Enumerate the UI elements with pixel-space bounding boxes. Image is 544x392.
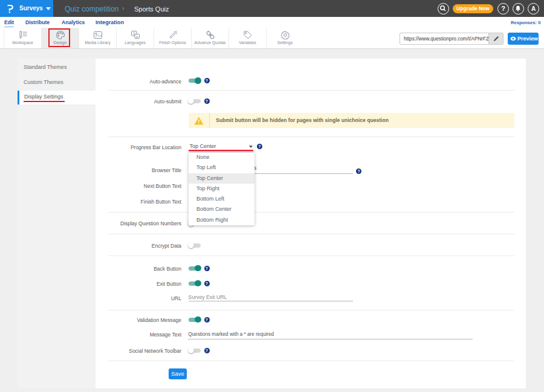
svg-text:A: A [135, 35, 138, 39]
